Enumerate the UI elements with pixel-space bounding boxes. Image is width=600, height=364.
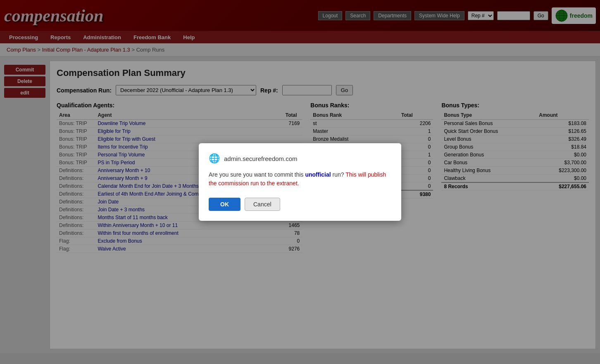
modal-buttons: OK Cancel	[209, 198, 391, 211]
modal-domain: admin.securefreedom.com	[224, 155, 298, 162]
modal-dialog: 🌐 admin.securefreedom.com Are you sure y…	[199, 143, 401, 221]
ok-button[interactable]: OK	[209, 198, 240, 211]
cancel-button[interactable]: Cancel	[245, 198, 280, 211]
publish-text: This will publish the commission run to …	[209, 171, 386, 187]
unofficial-text: unofficial	[305, 171, 331, 178]
modal-header: 🌐 admin.securefreedom.com	[209, 153, 391, 164]
modal-globe-icon: 🌐	[209, 153, 220, 164]
modal-overlay: 🌐 admin.securefreedom.com Are you sure y…	[0, 0, 600, 353]
modal-message: Are you sure you want to commit this uno…	[209, 170, 391, 188]
